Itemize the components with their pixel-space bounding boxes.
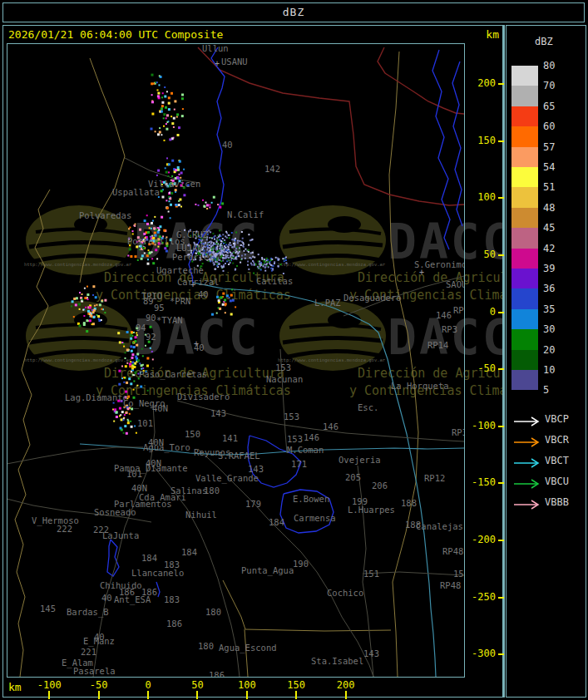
map-label: Cochico: [327, 588, 363, 598]
map-label: Carmensa: [294, 513, 336, 523]
map-label: Lag.Diamante: [65, 392, 128, 402]
scale-boundary-label: 30: [543, 323, 555, 335]
vbbb-arrow-icon: [513, 497, 541, 513]
map-label: Perdriel: [172, 252, 215, 262]
map-label: La Horqueta: [391, 381, 449, 391]
radar-echo-cluster: [195, 196, 224, 210]
map-label: E_Manz: [83, 636, 115, 647]
map-label: 94: [136, 323, 146, 333]
map-label: M.Coman: [287, 445, 324, 455]
radar-map: ++++UllunUSANU40142VillavicenUspallataPo…: [7, 43, 464, 677]
map-label: RP3: [453, 305, 464, 315]
map-label: 184: [181, 547, 197, 557]
scale-boundary-label: 5: [543, 384, 549, 396]
map-label: *PRN: [170, 296, 190, 306]
scale-boundary-label: 36: [543, 283, 555, 294]
map-label: 143: [210, 408, 226, 418]
map-label: 190: [293, 559, 309, 569]
scale-boundary-label: 39: [543, 263, 555, 274]
scale-color-block: [511, 106, 538, 126]
scale-color-block: [511, 187, 538, 207]
vector-label: VBCP: [545, 413, 569, 425]
map-label: 143: [248, 464, 264, 474]
scale-boundary-label: 54: [543, 161, 555, 173]
map-label: Agua_Escond: [219, 643, 277, 653]
map-label: 179: [245, 499, 261, 509]
map-river2-path: [80, 444, 464, 455]
map-label: Esc.: [358, 402, 378, 412]
map-river-path: [452, 62, 462, 226]
radar-app: { "window_title": "dBZ", "header": { "ti…: [0, 0, 588, 700]
map-label: 205: [345, 472, 361, 482]
map-border-path: [80, 58, 125, 283]
radar-echo-cluster: [151, 86, 185, 141]
title-bar: dBZ: [2, 2, 585, 22]
scale-color-block: [511, 350, 538, 370]
map-label: 151: [363, 569, 379, 579]
map-label: 40: [222, 140, 233, 150]
scale-color-block: [511, 86, 538, 106]
map-site-marker: +: [215, 59, 220, 68]
map-label: 184: [141, 553, 157, 563]
map-label: Divisadero: [177, 392, 230, 402]
map-label: 153: [275, 362, 291, 372]
scale-color-block: [511, 269, 538, 288]
map-label: Desaguadero: [343, 293, 402, 303]
map-label: RP48: [442, 546, 463, 556]
map-label: 153: [284, 412, 299, 421]
map-label: S.RAFAEL: [218, 451, 260, 461]
map-label: 146: [304, 432, 319, 442]
scale-color-block: [511, 228, 538, 248]
map-label: Nihuil: [185, 510, 217, 520]
map-label: 186: [166, 619, 182, 629]
map-label: Uspallata: [112, 187, 160, 197]
map-label: *TYAN: [156, 315, 183, 325]
scale-color-block: [511, 167, 538, 187]
map-label: Carrizal: [177, 277, 220, 287]
vector-label: VBCR: [545, 434, 569, 446]
map-label: 188: [401, 498, 417, 508]
scale-boundary-label: 42: [543, 243, 555, 254]
map-border-path: [389, 52, 418, 677]
scale-color-block: [511, 147, 538, 167]
map-label: RP3: [442, 324, 457, 334]
map-label: 40: [194, 343, 205, 352]
map-label: 151: [453, 569, 464, 579]
map-label: 146: [436, 310, 452, 320]
map-label: Valle_Grande: [195, 473, 259, 484]
scale-boundary-label: 57: [543, 141, 555, 153]
scale-boundary-label: 70: [543, 80, 555, 91]
map-label: 101: [137, 418, 153, 428]
map-label: S.Geronimo: [414, 259, 464, 269]
map-label: 40N: [152, 403, 168, 413]
vbcu-arrow-icon: [513, 476, 541, 492]
map-label: 142: [264, 164, 280, 174]
map-label: 95: [154, 303, 165, 313]
map-border-path: [223, 580, 391, 631]
map-label: 186: [209, 670, 225, 677]
map-label: 221: [81, 647, 96, 657]
map-border-path: [245, 629, 248, 677]
vbcp-arrow-icon: [513, 414, 541, 430]
map-label: 184: [269, 517, 284, 527]
map-label: 180: [205, 607, 221, 617]
vector-label: VBCT: [545, 455, 569, 466]
scale-boundary-label: 60: [543, 121, 555, 132]
vector-label: VBCU: [545, 476, 569, 487]
map-road-path: [7, 447, 143, 464]
map-label: Canalejas: [416, 521, 463, 531]
scale-boundary-label: 20: [543, 344, 555, 356]
map-label: 92: [146, 332, 156, 342]
map-label: 180: [204, 486, 220, 495]
scale-color-block: [511, 249, 538, 269]
map-label: Llancanelo: [131, 568, 184, 578]
map-label: L.PAZ: [314, 298, 341, 308]
scale-boundary-label: 65: [543, 101, 555, 112]
map-label: Polvaredas: [79, 210, 131, 220]
map-label: Pasarela: [73, 666, 116, 676]
scale-boundary-label: 10: [543, 364, 555, 376]
map-label: 146: [323, 421, 338, 431]
map-label: 153: [287, 434, 303, 444]
map-label: Catitas: [256, 276, 293, 286]
map-label: 150: [185, 429, 200, 439]
